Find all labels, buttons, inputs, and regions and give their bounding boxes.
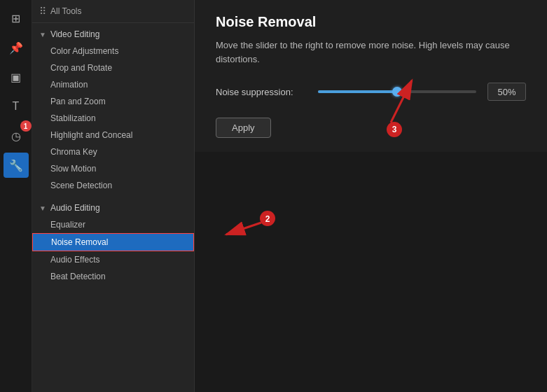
- clock-icon[interactable]: ◷1: [4, 123, 29, 148]
- section-title-video-editing[interactable]: ▼ Video Editing: [32, 26, 194, 43]
- svg-line-4: [226, 223, 261, 234]
- noise-suppression-label: Noise suppression:: [216, 87, 307, 97]
- section-audio-editing: ▼ Audio EditingEqualizerNoise RemovalAud…: [32, 197, 194, 288]
- icon-bar: ⊞📌▣T◷1🔧: [0, 0, 32, 392]
- menu-item-noise-removal[interactable]: Noise Removal: [32, 233, 194, 251]
- sidebar-sections: ▼ Video EditingColor AdjustmentsCrop and…: [32, 23, 194, 288]
- menu-item-stabilization[interactable]: Stabilization: [32, 110, 194, 127]
- grid-icon[interactable]: ⊞: [4, 6, 29, 31]
- main-content: Noise Removal Move the slider to the rig…: [195, 0, 547, 152]
- slider-thumb[interactable]: [392, 87, 402, 97]
- grid-dots-icon: ⠿: [39, 6, 46, 17]
- svg-point-5: [260, 211, 275, 226]
- main-wrapper: Noise Removal Move the slider to the rig…: [195, 0, 547, 392]
- menu-item-audio-effects[interactable]: Audio Effects: [32, 251, 194, 268]
- slider-value-display: 50%: [487, 83, 526, 101]
- panel-title: Noise Removal: [216, 14, 526, 30]
- sidebar: ⠿ All Tools ▼ Video EditingColor Adjustm…: [32, 0, 195, 392]
- section-video-editing: ▼ Video EditingColor AdjustmentsCrop and…: [32, 23, 194, 197]
- panel-description: Move the slider to the right to remove m…: [216, 38, 526, 66]
- slider-track: [318, 90, 476, 93]
- menu-item-chroma-key[interactable]: Chroma Key: [32, 144, 194, 160]
- arrow-icon: ▼: [39, 204, 46, 212]
- svg-text:2: 2: [265, 214, 270, 224]
- crop-icon[interactable]: ▣: [4, 64, 29, 90]
- noise-suppression-slider[interactable]: [318, 85, 476, 99]
- menu-item-highlight-and-conceal[interactable]: Highlight and Conceal: [32, 127, 194, 144]
- section-label: Audio Editing: [50, 203, 100, 213]
- text-icon[interactable]: T: [4, 94, 29, 119]
- arrow-icon: ▼: [39, 31, 46, 38]
- noise-suppression-row: Noise suppression: 50%: [216, 83, 526, 101]
- menu-item-pan-and-zoom[interactable]: Pan and Zoom: [32, 93, 194, 110]
- menu-item-crop-and-rotate[interactable]: Crop and Rotate: [32, 59, 194, 76]
- menu-item-scene-detection[interactable]: Scene Detection: [32, 177, 194, 194]
- all-tools-header[interactable]: ⠿ All Tools: [32, 0, 194, 23]
- apply-button[interactable]: Apply: [216, 118, 271, 138]
- all-tools-label: All Tools: [50, 6, 81, 16]
- badge-clock-icon: 1: [20, 120, 32, 132]
- tools-icon[interactable]: 🔧: [4, 153, 29, 178]
- pin-icon[interactable]: 📌: [4, 35, 29, 60]
- menu-item-beat-detection[interactable]: Beat Detection: [32, 268, 194, 285]
- menu-item-equalizer[interactable]: Equalizer: [32, 216, 194, 233]
- section-label: Video Editing: [50, 29, 100, 39]
- menu-item-color-adjustments[interactable]: Color Adjustments: [32, 43, 194, 59]
- section-title-audio-editing[interactable]: ▼ Audio Editing: [32, 200, 194, 216]
- menu-item-slow-motion[interactable]: Slow Motion: [32, 160, 194, 177]
- slider-fill: [318, 90, 397, 93]
- menu-item-animation[interactable]: Animation: [32, 76, 194, 93]
